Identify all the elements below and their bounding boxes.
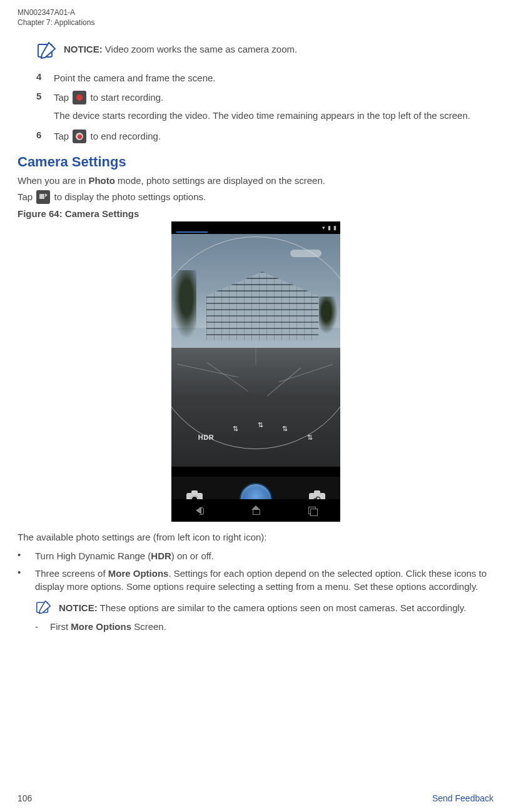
notice-icon — [35, 600, 53, 615]
figure-label: Figure 64: Camera Settings — [18, 208, 493, 219]
step-number: 4 — [36, 71, 45, 82]
more-options-icon: ⇅ — [282, 425, 288, 433]
phone-status-bar: ▾▮▮ — [171, 221, 340, 234]
notice-text: NOTICE: These options are similar to the… — [59, 600, 466, 614]
more-options-icon: ⇅ — [307, 434, 313, 442]
more-options-icon: ⇅ — [233, 425, 239, 433]
back-icon — [195, 505, 205, 515]
step-text: Tap to end recording. — [54, 129, 487, 144]
bullet: • — [18, 567, 25, 577]
notice-text: NOTICE: Video zoom works the same as cam… — [64, 41, 297, 56]
home-icon — [251, 505, 261, 515]
camera-viewfinder: HDR ⇅ ⇅ ⇅ ⇅ — [171, 234, 340, 467]
bullet-text: Turn High Dynamic Range (HDR) on or off. — [35, 549, 493, 563]
tap-instruction: Tap to display the photo settings option… — [18, 190, 493, 205]
figure-camera-settings: ▾▮▮ HDR ⇅ ⇅ ⇅ ⇅ — [18, 221, 493, 522]
hdr-option-icon: HDR — [198, 434, 214, 442]
more-options-icon: ⇅ — [258, 421, 264, 429]
bullet: • — [18, 549, 25, 560]
notice-icon — [36, 41, 58, 60]
doc-id: MN002347A01-A — [18, 8, 493, 18]
step-subtext: The device starts recording the video. T… — [54, 109, 487, 122]
section-intro: When you are in Photo mode, photo settin… — [18, 174, 493, 188]
step-text: Point the camera and frame the scene. — [54, 71, 487, 84]
record-icon — [73, 91, 86, 104]
stop-record-icon — [73, 129, 86, 143]
step-number: 6 — [36, 129, 45, 140]
sub-bullet-text: First More Options Screen. — [50, 620, 166, 634]
bullet-text: Three screens of More Options. Settings … — [35, 567, 493, 634]
camera-settings-icon — [36, 190, 50, 204]
settings-arc-icons: HDR ⇅ ⇅ ⇅ ⇅ — [171, 421, 340, 429]
android-nav-bar — [171, 499, 340, 522]
page-number: 106 — [18, 793, 32, 803]
step-text: Tap to start recording. The device start… — [54, 91, 487, 122]
step-number: 5 — [36, 91, 45, 101]
send-feedback-link[interactable]: Send Feedback — [432, 793, 493, 803]
recent-icon — [307, 505, 317, 515]
dash-bullet: - — [35, 620, 41, 634]
settings-list-intro: The available photo settings are (from l… — [18, 530, 493, 544]
section-heading: Camera Settings — [18, 154, 493, 170]
chapter-label: Chapter 7: Applications — [18, 18, 493, 28]
